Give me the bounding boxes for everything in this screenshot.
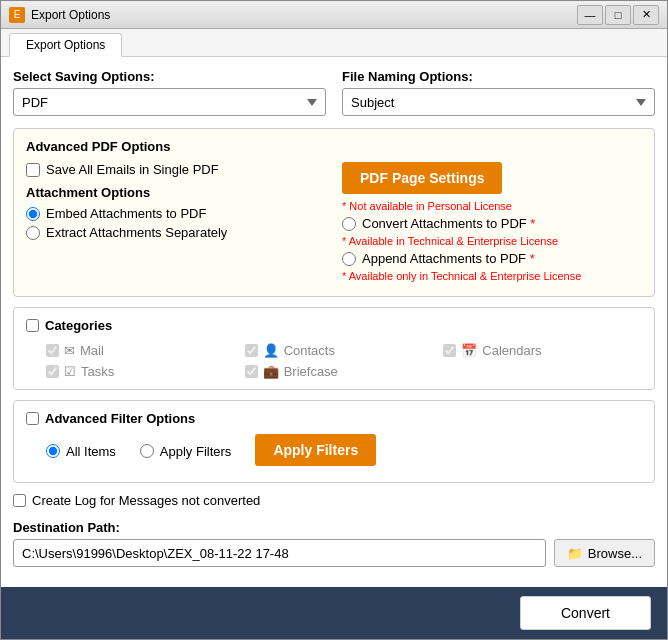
advanced-pdf-section: Advanced PDF Options Save All Emails in … (13, 128, 655, 297)
category-tasks: ☑ Tasks (46, 364, 245, 379)
tab-export-options[interactable]: Export Options (9, 33, 122, 57)
mail-icon: ✉ (64, 343, 75, 358)
destination-group: Destination Path: 📁 Browse... (13, 520, 655, 567)
convert-attachments-radio[interactable] (342, 217, 356, 231)
window-title: Export Options (31, 8, 577, 22)
naming-options-select[interactable]: Subject Date From To (342, 88, 655, 116)
main-content: Select Saving Options: PDF PST MSG EML M… (1, 57, 667, 587)
calendars-checkbox[interactable] (443, 344, 456, 357)
maximize-button[interactable]: □ (605, 5, 631, 25)
apply-filters-radio[interactable] (140, 444, 154, 458)
naming-options-group: File Naming Options: Subject Date From T… (342, 69, 655, 116)
minimize-button[interactable]: — (577, 5, 603, 25)
contacts-icon: 👤 (263, 343, 279, 358)
save-all-label: Save All Emails in Single PDF (46, 162, 219, 177)
mail-label: Mail (80, 343, 104, 358)
extract-radio-row: Extract Attachments Separately (26, 225, 326, 240)
filter-header: Advanced Filter Options (26, 411, 642, 426)
all-items-radio[interactable] (46, 444, 60, 458)
close-button[interactable]: ✕ (633, 5, 659, 25)
note1: * Not available in Personal License (342, 200, 512, 212)
title-bar: E Export Options — □ ✕ (1, 1, 667, 29)
saving-options-group: Select Saving Options: PDF PST MSG EML M… (13, 69, 326, 116)
convert-attachments-label: Convert Attachments to PDF * (362, 216, 535, 231)
log-label: Create Log for Messages not converted (32, 493, 260, 508)
filter-options-row: All Items Apply Filters Apply Filters (26, 434, 642, 472)
browse-folder-icon: 📁 (567, 546, 583, 561)
briefcase-icon: 💼 (263, 364, 279, 379)
mail-checkbox[interactable] (46, 344, 59, 357)
contacts-checkbox[interactable] (245, 344, 258, 357)
categories-grid: ✉ Mail 👤 Contacts 📅 Calendars ☑ Tasks (26, 343, 642, 379)
briefcase-label: Briefcase (284, 364, 338, 379)
convert-note: * Available in Technical & Enterprise Li… (342, 235, 558, 247)
destination-label: Destination Path: (13, 520, 655, 535)
apply-filters-radio-row: Apply Filters (140, 444, 232, 459)
pdf-options-inner: Save All Emails in Single PDF Attachment… (26, 162, 642, 286)
pdf-options-right: PDF Page Settings * Not available in Per… (342, 162, 642, 286)
append-note: * Available only in Technical & Enterpri… (342, 270, 581, 282)
categories-title: Categories (45, 318, 112, 333)
apply-filters-radio-label: Apply Filters (160, 444, 232, 459)
embed-radio-row: Embed Attachments to PDF (26, 206, 326, 221)
calendars-icon: 📅 (461, 343, 477, 358)
contacts-label: Contacts (284, 343, 335, 358)
pdf-options-left: Save All Emails in Single PDF Attachment… (26, 162, 326, 286)
category-briefcase: 💼 Briefcase (245, 364, 444, 379)
category-contacts: 👤 Contacts (245, 343, 444, 358)
embed-label: Embed Attachments to PDF (46, 206, 206, 221)
tasks-checkbox[interactable] (46, 365, 59, 378)
save-all-checkbox[interactable] (26, 163, 40, 177)
categories-header: Categories (26, 318, 642, 333)
tasks-icon: ☑ (64, 364, 76, 379)
category-mail: ✉ Mail (46, 343, 245, 358)
categories-checkbox[interactable] (26, 319, 39, 332)
all-items-row: All Items (46, 444, 116, 459)
pdf-page-settings-button[interactable]: PDF Page Settings (342, 162, 502, 194)
extract-radio[interactable] (26, 226, 40, 240)
briefcase-checkbox[interactable] (245, 365, 258, 378)
embed-radio[interactable] (26, 207, 40, 221)
options-row: Select Saving Options: PDF PST MSG EML M… (13, 69, 655, 116)
saving-options-select[interactable]: PDF PST MSG EML MBOX (13, 88, 326, 116)
convert-button[interactable]: Convert (520, 596, 651, 630)
browse-label: Browse... (588, 546, 642, 561)
categories-section: Categories ✉ Mail 👤 Contacts 📅 Calendars (13, 307, 655, 390)
extract-label: Extract Attachments Separately (46, 225, 227, 240)
advanced-pdf-title: Advanced PDF Options (26, 139, 642, 154)
saving-options-label: Select Saving Options: (13, 69, 326, 84)
filter-section: Advanced Filter Options All Items Apply … (13, 400, 655, 483)
naming-options-label: File Naming Options: (342, 69, 655, 84)
destination-row: 📁 Browse... (13, 539, 655, 567)
attachment-options: Attachment Options Embed Attachments to … (26, 185, 326, 240)
app-icon: E (9, 7, 25, 23)
main-window: E Export Options — □ ✕ Export Options Se… (0, 0, 668, 640)
apply-filters-button[interactable]: Apply Filters (255, 434, 376, 466)
category-calendars: 📅 Calendars (443, 343, 642, 358)
convert-attachments-row: Convert Attachments to PDF * (342, 216, 535, 231)
tasks-label: Tasks (81, 364, 114, 379)
window-controls: — □ ✕ (577, 5, 659, 25)
log-checkbox[interactable] (13, 494, 26, 507)
filter-checkbox[interactable] (26, 412, 39, 425)
save-all-row: Save All Emails in Single PDF (26, 162, 326, 177)
footer: Convert (1, 587, 667, 639)
append-attachments-label: Append Attachments to PDF * (362, 251, 535, 266)
append-attachments-radio[interactable] (342, 252, 356, 266)
append-attachments-row: Append Attachments to PDF * (342, 251, 535, 266)
attachment-title: Attachment Options (26, 185, 326, 200)
browse-button[interactable]: 📁 Browse... (554, 539, 655, 567)
all-items-label: All Items (66, 444, 116, 459)
destination-path-input[interactable] (13, 539, 546, 567)
filter-title: Advanced Filter Options (45, 411, 195, 426)
tab-bar: Export Options (1, 29, 667, 57)
calendars-label: Calendars (482, 343, 541, 358)
log-row: Create Log for Messages not converted (13, 493, 655, 508)
